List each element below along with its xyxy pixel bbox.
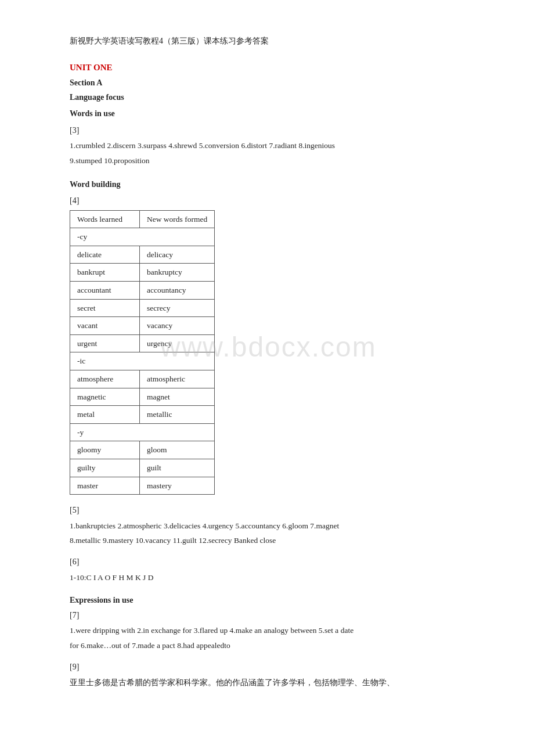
word-formed: secrecy — [140, 299, 215, 317]
expressions7-line2: for 6.make…out of 7.made a pact 8.had ap… — [70, 639, 464, 653]
col-header-formed: New words formed — [140, 210, 215, 228]
table-row: metal metallic — [70, 406, 215, 424]
suffix-cy: -cy — [70, 228, 215, 246]
word-formed: urgency — [140, 334, 215, 352]
word-learned: secret — [70, 299, 140, 317]
word-formed: metallic — [140, 406, 215, 424]
table-row: secret secrecy — [70, 299, 215, 317]
bracket5: [5] — [70, 504, 464, 517]
word-learned: atmosphere — [70, 370, 140, 388]
table-row: guilty guilt — [70, 459, 215, 477]
word-formed: atmospheric — [140, 370, 215, 388]
word-formed: accountancy — [140, 281, 215, 299]
word-learned: delicate — [70, 246, 140, 264]
bracket9: [9] — [70, 661, 464, 674]
words-line1: 1.crumbled 2.discern 3.surpass 4.shrewd … — [70, 139, 464, 153]
bracket4: [4] — [70, 195, 464, 207]
word-learned: master — [70, 477, 140, 495]
table-row: gloomy gloom — [70, 441, 215, 459]
word-learned: urgent — [70, 334, 140, 352]
suffix-row-ic: -ic — [70, 352, 215, 370]
table-row: accountant accountancy — [70, 281, 215, 299]
table-header-row: Words learned New words formed — [70, 210, 215, 228]
word-building-table: Words learned New words formed -cy delic… — [70, 210, 215, 495]
table-row: master mastery — [70, 477, 215, 495]
col-header-learned: Words learned — [70, 210, 140, 228]
word-learned: accountant — [70, 281, 140, 299]
expressions7-line1: 1.were dripping with 2.in exchange for 3… — [70, 624, 464, 638]
suffix-y: -y — [70, 423, 215, 441]
word-learned: gloomy — [70, 441, 140, 459]
table-row: magnetic magnet — [70, 388, 215, 406]
expressions-label: Expressions in use — [70, 594, 464, 607]
word-formed: bankruptcy — [140, 264, 215, 282]
word-formed: delicacy — [140, 246, 215, 264]
word-learned: metal — [70, 406, 140, 424]
table-row: delicate delicacy — [70, 246, 215, 264]
words-in-use-label: Words in use — [70, 107, 464, 120]
bracket6: [6] — [70, 556, 464, 568]
word-learned: vacant — [70, 317, 140, 335]
section-a-label: Section A — [70, 77, 464, 89]
doc-title: 新视野大学英语读写教程4（第三版）课本练习参考答案 — [70, 35, 464, 48]
word-learned: magnetic — [70, 388, 140, 406]
chinese-text: 亚里士多德是古希腊的哲学家和科学家。他的作品涵盖了许多学科，包括物理学、生物学、 — [70, 676, 464, 690]
suffix-ic: -ic — [70, 352, 215, 370]
suffix-row-cy: -cy — [70, 228, 215, 246]
answers5-line1: 1.bankruptcies 2.atmospheric 3.delicacie… — [70, 520, 464, 533]
word-formed: gloom — [140, 441, 215, 459]
word-learned: bankrupt — [70, 264, 140, 282]
words-line2: 9.stumped 10.proposition — [70, 154, 464, 168]
word-formed: magnet — [140, 388, 215, 406]
word-formed: guilt — [140, 459, 215, 477]
word-building-title: Word building — [70, 178, 464, 191]
bracket7: [7] — [70, 609, 464, 622]
table-row: urgent urgency — [70, 334, 215, 352]
unit-title: UNIT ONE — [70, 60, 464, 74]
word-formed: vacancy — [140, 317, 215, 335]
word-learned: guilty — [70, 459, 140, 477]
table-row: bankrupt bankruptcy — [70, 264, 215, 282]
table-row: atmosphere atmospheric — [70, 370, 215, 388]
word-formed: mastery — [140, 477, 215, 495]
answers6: 1-10:C I A O F H M K J D — [70, 571, 464, 585]
table-row: vacant vacancy — [70, 317, 215, 335]
answers5-line2: 8.metallic 9.mastery 10.vacancy 11.guilt… — [70, 534, 464, 548]
language-focus-label: Language focus — [70, 91, 464, 104]
suffix-row-y: -y — [70, 423, 215, 441]
bracket3: [3] — [70, 124, 464, 137]
